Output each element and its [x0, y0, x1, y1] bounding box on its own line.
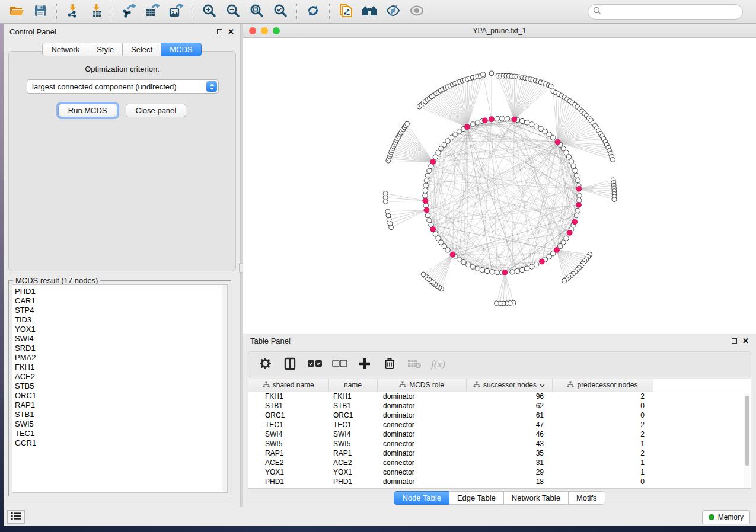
- network-node[interactable]: [484, 268, 489, 273]
- network-node[interactable]: [569, 159, 573, 164]
- network-node[interactable]: [562, 278, 567, 283]
- table-row[interactable]: PHD1PHD1dominator180: [248, 477, 749, 486]
- table-cell[interactable]: dominator: [377, 430, 466, 439]
- network-node[interactable]: [383, 191, 388, 196]
- tab-network[interactable]: Network: [42, 43, 88, 56]
- delete-table-button[interactable]: [406, 356, 423, 373]
- network-hub-node[interactable]: [450, 252, 455, 257]
- network-node[interactable]: [612, 197, 617, 202]
- zoom-out-button[interactable]: [221, 2, 245, 22]
- network-hub-node[interactable]: [502, 270, 508, 275]
- zoom-fit-button[interactable]: [245, 2, 269, 22]
- export-table-button[interactable]: [141, 2, 165, 22]
- network-node[interactable]: [423, 183, 428, 188]
- network-node[interactable]: [519, 267, 524, 272]
- search-network-icon-button[interactable]: [358, 2, 381, 22]
- table-cell[interactable]: ORC1: [328, 411, 377, 420]
- network-node[interactable]: [421, 272, 426, 277]
- table-scrollbar[interactable]: [744, 393, 750, 488]
- mcds-result-item[interactable]: SWI5: [15, 419, 227, 429]
- network-node[interactable]: [505, 116, 509, 121]
- tab-node-table[interactable]: Node Table: [394, 491, 449, 505]
- table-row[interactable]: FKH1FKH1dominator962: [248, 392, 749, 401]
- table-cell[interactable]: RAP1: [328, 448, 377, 458]
- tab-edge-table[interactable]: Edge Table: [449, 491, 504, 505]
- column-header-shared-name[interactable]: shared name: [248, 379, 328, 392]
- network-node[interactable]: [575, 178, 580, 182]
- network-node[interactable]: [495, 270, 499, 275]
- network-node[interactable]: [519, 118, 524, 123]
- network-node[interactable]: [385, 209, 390, 214]
- network-node[interactable]: [423, 193, 428, 198]
- table-cell[interactable]: SWI4: [248, 430, 328, 439]
- table-row[interactable]: SWI4SWI4dominator462: [248, 430, 749, 439]
- mcds-result-item[interactable]: PMA2: [15, 353, 227, 363]
- network-node[interactable]: [534, 262, 538, 267]
- table-row[interactable]: YOX1YOX1connector291: [248, 467, 749, 477]
- function-builder-button[interactable]: f(x): [431, 358, 445, 370]
- tab-motifs[interactable]: Motifs: [569, 491, 605, 505]
- search-input[interactable]: [602, 8, 738, 16]
- network-hub-node[interactable]: [576, 202, 582, 207]
- network-canvas[interactable]: [243, 38, 756, 333]
- tab-mcds[interactable]: MCDS: [161, 43, 201, 56]
- table-cell[interactable]: FKH1: [248, 392, 328, 401]
- table-cell[interactable]: SWI5: [328, 439, 377, 448]
- table-cell[interactable]: 0: [552, 477, 653, 486]
- network-hub-node[interactable]: [464, 124, 470, 130]
- table-cell[interactable]: dominator: [377, 411, 466, 420]
- network-node[interactable]: [470, 122, 475, 127]
- table-scrollbar-thumb[interactable]: [745, 396, 749, 466]
- network-node[interactable]: [489, 71, 494, 76]
- table-cell[interactable]: dominator: [377, 448, 466, 458]
- zoom-in-button[interactable]: [197, 2, 221, 22]
- share-document-button[interactable]: [334, 2, 358, 22]
- table-cell[interactable]: dominator: [377, 392, 466, 401]
- tab-select[interactable]: Select: [123, 43, 161, 56]
- network-node[interactable]: [577, 193, 582, 198]
- open-button[interactable]: [5, 2, 28, 22]
- network-node[interactable]: [575, 208, 580, 213]
- table-cell[interactable]: 31: [466, 458, 552, 467]
- table-cell[interactable]: PHD1: [328, 477, 377, 486]
- network-node[interactable]: [433, 232, 438, 236]
- table-cell[interactable]: SWI5: [248, 439, 328, 448]
- mcds-result-item[interactable]: ACE2: [15, 372, 227, 382]
- table-cell[interactable]: 62: [466, 401, 552, 411]
- mcds-result-item[interactable]: STP4: [15, 306, 227, 315]
- mcds-result-item[interactable]: STB5: [15, 382, 227, 391]
- table-cell[interactable]: TEC1: [248, 420, 328, 430]
- close-table-panel-icon[interactable]: ✕: [742, 338, 749, 344]
- select-all-button[interactable]: [307, 356, 323, 373]
- network-graph[interactable]: [243, 38, 755, 333]
- network-node[interactable]: [425, 213, 430, 217]
- network-hub-node[interactable]: [430, 226, 436, 232]
- network-node[interactable]: [495, 116, 499, 121]
- table-settings-button[interactable]: [257, 356, 273, 373]
- float-table-panel-icon[interactable]: [732, 338, 737, 344]
- column-header-mcds-role[interactable]: MCDS role: [377, 379, 466, 392]
- network-node[interactable]: [548, 84, 553, 88]
- network-node[interactable]: [525, 266, 529, 271]
- table-cell[interactable]: 18: [466, 477, 552, 486]
- memory-button[interactable]: Memory: [702, 510, 750, 524]
- table-cell[interactable]: 29: [466, 467, 552, 477]
- column-header-name[interactable]: name: [328, 379, 377, 392]
- close-panel-icon[interactable]: ✕: [228, 29, 234, 34]
- table-cell[interactable]: RAP1: [248, 448, 328, 458]
- network-node[interactable]: [500, 116, 505, 121]
- table-cell[interactable]: ACE2: [248, 458, 328, 467]
- table-cell[interactable]: STB1: [328, 401, 377, 411]
- network-node[interactable]: [480, 267, 484, 272]
- table-cell[interactable]: FKH1: [328, 392, 377, 401]
- table-cell[interactable]: 46: [466, 430, 552, 439]
- network-node[interactable]: [573, 168, 578, 173]
- table-row[interactable]: RAP1RAP1dominator352: [248, 448, 749, 458]
- table-cell[interactable]: TEC1: [328, 420, 377, 430]
- network-node[interactable]: [427, 168, 432, 173]
- table-cell[interactable]: dominator: [377, 477, 466, 486]
- mcds-result-item[interactable]: TEC1: [15, 429, 227, 438]
- network-node[interactable]: [574, 173, 579, 178]
- column-header-successor-nodes[interactable]: successor nodes: [466, 379, 552, 392]
- zoom-selected-button[interactable]: [269, 2, 292, 22]
